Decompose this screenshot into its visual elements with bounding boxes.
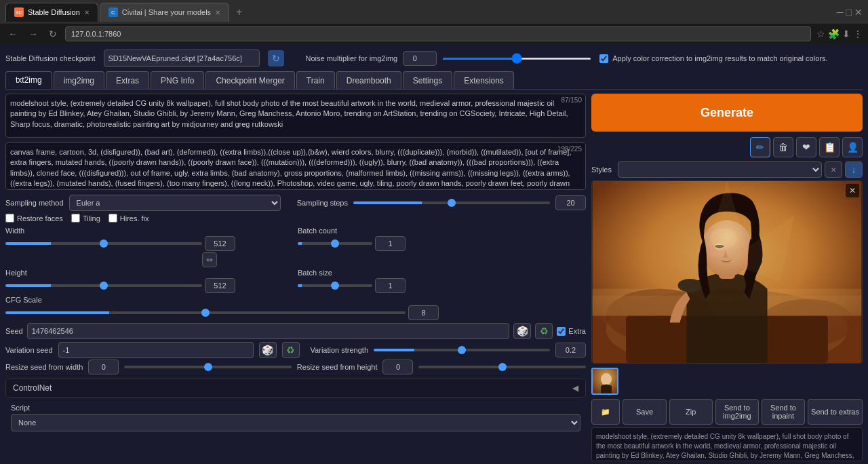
- batch-count-section: Batch count: [298, 227, 586, 251]
- restore-faces-label[interactable]: Restore faces: [5, 214, 63, 223]
- style-edit-button[interactable]: ✏: [750, 137, 770, 157]
- negative-prompt-textarea[interactable]: canvas frame, cartoon, 3d, (disfigured))…: [5, 142, 586, 190]
- tab-extensions[interactable]: Extensions: [454, 71, 514, 89]
- batch-count-input[interactable]: [375, 236, 406, 251]
- style-user-button[interactable]: 👤: [842, 137, 863, 157]
- address-bar[interactable]: 127.0.0.1:7860: [65, 26, 811, 41]
- tiling-label[interactable]: Tiling: [71, 214, 100, 223]
- styles-clear-button[interactable]: ✕: [825, 161, 842, 178]
- noise-label: Noise multiplier for img2img: [306, 54, 398, 62]
- variation-seed-input[interactable]: [58, 342, 254, 358]
- variation-strength-slider[interactable]: [374, 349, 550, 351]
- tab-checkpoint-merger[interactable]: Checkpoint Merger: [205, 71, 294, 89]
- tab-settings[interactable]: Settings: [403, 71, 452, 89]
- sampling-steps-input[interactable]: [555, 195, 586, 210]
- variation-strength-input[interactable]: [555, 343, 586, 357]
- tiling-checkbox[interactable]: [71, 214, 80, 223]
- batch-size-slider[interactable]: [298, 284, 372, 287]
- cfg-input[interactable]: [408, 305, 439, 320]
- send-to-extras-button[interactable]: Send to extras: [808, 399, 863, 425]
- restore-faces-text: Restore faces: [17, 214, 63, 223]
- variation-seed-recycle-button[interactable]: ♻: [282, 342, 300, 358]
- tab-close-civitai[interactable]: ✕: [215, 9, 220, 16]
- controlnet-header[interactable]: ControlNet ◀: [6, 379, 585, 397]
- sampling-method-label: Sampling method: [5, 199, 64, 207]
- height-slider[interactable]: [5, 284, 202, 287]
- download-icon[interactable]: ⬇: [842, 28, 850, 39]
- cfg-label: CFG Scale: [5, 296, 586, 304]
- maximize-btn[interactable]: □: [846, 7, 852, 18]
- cfg-slider[interactable]: [5, 311, 406, 314]
- new-tab-button[interactable]: +: [231, 3, 248, 21]
- positive-prompt-container: 87/150 modelshoot style, (extremely deta…: [5, 94, 586, 140]
- extensions-icon[interactable]: 🧩: [828, 28, 840, 39]
- height-section: Height: [5, 269, 294, 293]
- positive-prompt-textarea[interactable]: modelshoot style, (extremely detailed CG…: [5, 94, 586, 138]
- minimize-btn[interactable]: ─: [837, 7, 844, 18]
- width-input[interactable]: [205, 236, 235, 251]
- civitai-favicon: C: [108, 7, 118, 17]
- tab-img2img[interactable]: img2img: [54, 71, 104, 89]
- resize-height-input[interactable]: [382, 360, 413, 374]
- extra-checkbox[interactable]: [557, 327, 566, 336]
- seed-random-button[interactable]: 🎲: [513, 323, 531, 339]
- app-container: Stable Diffusion checkpoint SD15NewVAEpr…: [0, 44, 868, 464]
- hires-fix-label[interactable]: Hires. fix: [108, 214, 149, 223]
- lock-aspect-ratio-button[interactable]: ⇔: [202, 252, 217, 267]
- settings-icon[interactable]: ⋮: [853, 28, 863, 39]
- close-image-button[interactable]: ✕: [846, 184, 859, 197]
- style-clipboard-button[interactable]: 📋: [819, 137, 840, 157]
- sampling-method-select[interactable]: Euler a: [69, 195, 281, 211]
- checkpoint-refresh-button[interactable]: ↻: [268, 50, 284, 66]
- styles-select[interactable]: [618, 161, 822, 178]
- generate-button[interactable]: Generate: [591, 94, 863, 132]
- tab-civitai[interactable]: C Civitai | Share your models ✕: [100, 3, 229, 22]
- style-trash-button[interactable]: 🗑: [773, 137, 793, 157]
- controlnet-title: ControlNet: [13, 383, 52, 393]
- noise-input[interactable]: [403, 51, 437, 66]
- forward-button[interactable]: →: [26, 27, 41, 41]
- bookmark-icon[interactable]: ☆: [816, 28, 825, 39]
- tab-extras[interactable]: Extras: [106, 71, 149, 89]
- tab-stable-diffusion[interactable]: SD Stable Diffusion ✕: [5, 3, 98, 22]
- extra-checkbox-label[interactable]: Extra: [557, 327, 586, 336]
- resize-height-slider[interactable]: [418, 366, 586, 368]
- tab-label-civitai: Civitai | Share your models: [122, 8, 211, 16]
- seed-input[interactable]: [27, 323, 510, 339]
- restore-faces-checkbox[interactable]: [5, 214, 14, 223]
- style-heart-button[interactable]: ❤: [796, 137, 816, 157]
- checkpoint-select[interactable]: SD15NewVAEpruned.ckpt [27a4ac756c]: [104, 50, 260, 67]
- reload-button[interactable]: ↻: [46, 27, 60, 41]
- tab-txt2img[interactable]: txt2img: [5, 71, 52, 89]
- variation-seed-random-button[interactable]: 🎲: [259, 342, 277, 358]
- tab-dreambooth[interactable]: Dreambooth: [336, 71, 401, 89]
- batch-count-slider[interactable]: [298, 242, 372, 245]
- send-to-inpaint-button[interactable]: Send toinpaint: [762, 399, 805, 425]
- seed-recycle-button[interactable]: ♻: [535, 323, 553, 339]
- noise-slider[interactable]: [442, 58, 591, 60]
- close-btn[interactable]: ✕: [854, 7, 863, 18]
- thumbnails-row: [591, 368, 863, 395]
- width-slider[interactable]: [5, 242, 202, 245]
- thumbnail-1[interactable]: [591, 368, 618, 395]
- send-to-img2img-button[interactable]: Send toimg2img: [715, 399, 759, 425]
- tab-close-sd[interactable]: ✕: [84, 9, 90, 16]
- sampling-steps-slider[interactable]: [353, 201, 550, 204]
- zip-button[interactable]: Zip: [669, 399, 713, 425]
- color-correction-checkbox[interactable]: [599, 54, 608, 63]
- resize-width-slider[interactable]: [124, 366, 292, 368]
- styles-apply-button[interactable]: ↓: [845, 161, 863, 178]
- tab-train[interactable]: Train: [296, 71, 335, 89]
- script-select[interactable]: None: [11, 414, 580, 431]
- resize-width-input[interactable]: [88, 360, 119, 374]
- controlnet-arrow-icon: ◀: [572, 383, 578, 393]
- save-button[interactable]: Save: [623, 399, 666, 425]
- folder-button[interactable]: 📁: [591, 399, 620, 425]
- back-button[interactable]: ←: [5, 27, 20, 41]
- tab-png-info[interactable]: PNG Info: [151, 71, 204, 89]
- tab-bar: SD Stable Diffusion ✕ C Civitai | Share …: [5, 3, 834, 22]
- batch-size-input[interactable]: [375, 278, 406, 293]
- hires-fix-checkbox[interactable]: [108, 214, 117, 223]
- cfg-section: CFG Scale: [5, 296, 586, 320]
- height-input[interactable]: [205, 278, 235, 293]
